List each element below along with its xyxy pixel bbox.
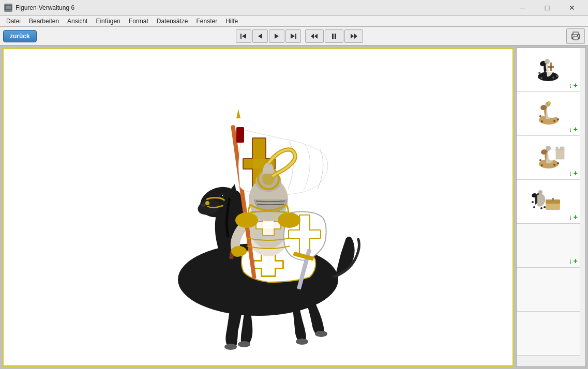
thumbnail-item-3[interactable]: ↓ + [517,136,580,180]
thumbnail-image-4 [530,185,566,219]
svg-point-103 [544,206,546,208]
svg-rect-17 [573,37,578,40]
menu-datensatze[interactable]: Datensätze [153,17,192,26]
thumbnail-item-1[interactable]: ↓ + [517,48,580,92]
menu-bearbeiten[interactable]: Bearbeiten [25,17,63,26]
menu-ansicht[interactable]: Ansicht [63,17,92,26]
thumbnail-item-4[interactable]: ↓ + [517,180,580,224]
navigation-group [236,29,301,43]
svg-point-99 [538,190,542,194]
minimize-button[interactable]: ─ [510,1,534,15]
svg-marker-15 [354,34,357,39]
menu-einfugen[interactable]: Einfügen [92,17,124,26]
thumbnail-add-icon-2[interactable]: + [574,125,578,133]
svg-marker-11 [311,34,314,39]
thumbnail-download-icon-5[interactable]: ↓ [569,257,572,265]
svg-rect-55 [236,127,244,143]
svg-marker-5 [242,34,246,39]
menu-fenster[interactable]: Fenster [192,17,222,26]
thumbnail-item-5[interactable]: ↓ + [517,224,580,268]
sidebar: ↓ + [516,48,586,367]
svg-point-86 [546,146,551,151]
menu-bar: Datei Bearbeiten Ansicht Einfügen Format… [0,16,588,27]
thumbnail-download-icon-2[interactable]: ↓ [569,125,572,133]
svg-point-82 [557,118,559,120]
nav-next-button[interactable] [269,29,284,43]
svg-point-100 [532,201,534,203]
menu-format[interactable]: Format [125,17,153,26]
svg-rect-88 [556,147,558,150]
zuruck-button[interactable]: zurück [3,30,37,42]
thumbnail-download-icon-3[interactable]: ↓ [569,169,572,177]
knight-figure [108,63,408,352]
thumbnail-download-icon-1[interactable]: ↓ [569,81,572,89]
print-button[interactable] [566,28,585,44]
svg-rect-42 [257,222,280,228]
thumbnail-icons-1: ↓ + [569,81,578,89]
thumbnail-add-icon-3[interactable]: + [574,169,578,177]
title-bar-left: Figuren-Verwaltung 6 [4,4,74,12]
nav-last-button[interactable] [285,29,301,43]
thumbnail-icons-5: ↓ + [569,257,578,265]
svg-point-60 [235,212,258,228]
media-pause-button[interactable] [325,29,343,43]
svg-point-80 [541,120,543,122]
thumbnail-add-icon-1[interactable]: + [574,81,578,89]
thumbnail-item-6[interactable] [517,268,580,312]
svg-rect-89 [560,147,562,150]
svg-rect-87 [556,149,564,159]
thumbnail-item-2[interactable]: ↓ + [517,92,580,136]
media-rewind-button[interactable] [305,29,324,43]
maximize-button[interactable]: □ [535,1,559,15]
close-button[interactable]: ✕ [560,1,584,15]
media-group [305,29,363,43]
svg-marker-6 [258,34,262,39]
svg-point-31 [296,339,308,345]
svg-point-101 [533,206,535,208]
svg-point-91 [539,159,541,161]
svg-point-25 [220,194,223,197]
sidebar-scroll[interactable]: ↓ + [517,48,585,366]
svg-rect-68 [548,66,554,68]
thumbnail-image-2 [530,97,566,131]
svg-point-69 [545,59,550,64]
svg-point-72 [552,76,554,79]
svg-point-26 [222,195,223,196]
toolbar: zurück [0,27,588,45]
thumbnail-icons-2: ↓ + [569,125,578,133]
thumbnail-add-icon-5[interactable]: + [574,257,578,265]
image-viewer [2,48,514,367]
svg-point-102 [540,207,542,209]
svg-rect-3 [7,6,10,8]
app-title: Figuren-Verwaltung 6 [16,4,74,11]
svg-point-81 [553,120,555,122]
svg-rect-12 [332,34,334,39]
media-forward-button[interactable] [344,29,363,43]
svg-rect-36 [254,262,282,268]
svg-point-32 [315,331,327,337]
svg-point-79 [539,115,541,117]
svg-rect-13 [335,34,336,39]
svg-point-28 [205,201,209,205]
thumbnail-download-icon-4[interactable]: ↓ [569,213,572,221]
svg-rect-90 [562,147,564,150]
window-controls: ─ □ ✕ [510,1,584,15]
svg-marker-50 [236,109,240,118]
figure-container [4,49,512,365]
svg-rect-18 [573,32,578,35]
svg-marker-9 [291,34,295,39]
svg-rect-97 [552,198,554,201]
svg-rect-46 [289,230,320,238]
svg-point-93 [553,164,555,166]
menu-hilfe[interactable]: Hilfe [221,17,242,26]
svg-marker-14 [351,34,354,39]
svg-marker-10 [314,34,318,39]
nav-prev-button[interactable] [252,29,268,43]
svg-point-30 [238,341,250,347]
menu-datei[interactable]: Datei [2,17,25,26]
nav-first-button[interactable] [236,29,251,43]
thumbnail-icons-4: ↓ + [569,213,578,221]
thumbnail-add-icon-4[interactable]: + [574,213,578,221]
thumbnail-item-7[interactable] [517,312,580,356]
svg-rect-19 [577,35,578,36]
